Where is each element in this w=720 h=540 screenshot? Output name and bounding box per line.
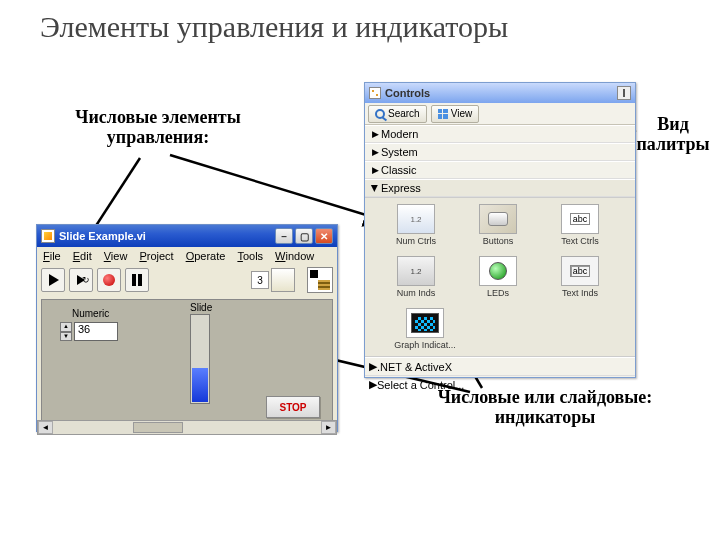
item-buttons-label: Buttons xyxy=(467,236,529,246)
horizontal-scrollbar[interactable]: ◄ ► xyxy=(37,420,337,435)
graph-icon xyxy=(406,308,444,338)
grid-icon xyxy=(438,109,448,119)
pin-button[interactable] xyxy=(617,86,631,100)
item-num-inds-label: Num Inds xyxy=(385,288,447,298)
menu-edit[interactable]: Edit xyxy=(73,250,92,262)
item-text-ctrls[interactable]: Text Ctrls xyxy=(549,204,611,246)
annotation-palette-view: Видпалитры xyxy=(628,115,718,155)
num-ctrls-icon xyxy=(397,204,435,234)
item-buttons[interactable]: Buttons xyxy=(467,204,529,246)
search-label: Search xyxy=(388,108,420,119)
chevron-right-icon: ▶ xyxy=(369,129,381,139)
chevron-right-icon: ▶ xyxy=(369,378,377,391)
palette-title: Controls xyxy=(385,87,430,99)
category-dotnet[interactable]: ▶ .NET & ActiveX xyxy=(365,357,635,375)
view-button[interactable]: View xyxy=(431,105,480,123)
annotation-numeric-controls: Числовые элементыуправления: xyxy=(48,108,268,148)
item-text-ctrls-label: Text Ctrls xyxy=(549,236,611,246)
category-classic[interactable]: ▶ Classic xyxy=(365,161,635,179)
category-express[interactable]: ▶ Express xyxy=(365,179,635,197)
scroll-thumb[interactable] xyxy=(133,422,183,433)
category-system[interactable]: ▶ System xyxy=(365,143,635,161)
vi-title: Slide Example.vi xyxy=(59,230,146,242)
menu-window[interactable]: Window xyxy=(275,250,314,262)
menu-project[interactable]: Project xyxy=(139,250,173,262)
menu-operate[interactable]: Operate xyxy=(186,250,226,262)
num-inds-icon xyxy=(397,256,435,286)
thumbtack-icon xyxy=(369,87,381,99)
controls-palette-window: Controls Search View ▶ Modern ▶ System ▶… xyxy=(364,82,636,378)
item-text-inds[interactable]: Text Inds xyxy=(549,256,611,298)
item-num-ctrls-label: Num Ctrls xyxy=(385,236,447,246)
item-num-ctrls[interactable]: Num Ctrls xyxy=(385,204,447,246)
item-text-inds-label: Text Inds xyxy=(549,288,611,298)
text-inds-icon xyxy=(561,256,599,286)
chevron-right-icon: ▶ xyxy=(369,165,381,175)
slide-fill xyxy=(192,368,208,402)
slide-indicator xyxy=(190,314,210,404)
item-graph-ind[interactable]: Graph Indicat... xyxy=(385,308,465,350)
item-leds-label: LEDs xyxy=(467,288,529,298)
palette-titlebar[interactable]: Controls xyxy=(365,83,635,103)
item-graph-ind-label: Graph Indicat... xyxy=(385,340,465,350)
close-button[interactable]: ✕ xyxy=(315,228,333,244)
numeric-control[interactable]: ▲▼ 36 xyxy=(60,322,118,341)
chevron-right-icon: ▶ xyxy=(369,360,377,373)
svg-line-1 xyxy=(170,155,389,222)
select-a-control-label: Select a Control... xyxy=(377,379,464,391)
vi-titlebar[interactable]: Slide Example.vi – ▢ ✕ xyxy=(37,225,337,247)
text-settings-button[interactable] xyxy=(271,268,295,292)
minimize-button[interactable]: – xyxy=(275,228,293,244)
item-leds[interactable]: LEDs xyxy=(467,256,529,298)
numeric-input[interactable]: 36 xyxy=(74,322,118,341)
maximize-button[interactable]: ▢ xyxy=(295,228,313,244)
abort-button[interactable] xyxy=(97,268,121,292)
category-dotnet-label: .NET & ActiveX xyxy=(377,361,452,373)
search-button[interactable]: Search xyxy=(368,105,427,123)
category-express-label: Express xyxy=(381,182,421,194)
numeric-spinner[interactable]: ▲▼ xyxy=(60,322,72,341)
numeric-label: Numeric xyxy=(72,308,109,319)
buttons-icon xyxy=(479,204,517,234)
scroll-track[interactable] xyxy=(53,421,321,434)
vi-connector-icon[interactable] xyxy=(307,267,333,293)
slide-title: Элементы управления и индикаторы xyxy=(40,10,508,44)
vi-icon xyxy=(41,229,55,243)
vi-window: Slide Example.vi – ▢ ✕ File Edit View Pr… xyxy=(36,224,338,432)
run-continuous-button[interactable] xyxy=(69,268,93,292)
stop-button[interactable]: STOP xyxy=(266,396,320,418)
chevron-down-icon: ▶ xyxy=(370,182,380,194)
category-modern[interactable]: ▶ Modern xyxy=(365,125,635,143)
scroll-right-icon[interactable]: ► xyxy=(321,421,336,434)
text-ctrls-icon xyxy=(561,204,599,234)
view-label: View xyxy=(451,108,473,119)
annotation-numeric-slide-indicators: Числовые или слайдовые:индикаторы xyxy=(415,388,675,428)
pause-button[interactable] xyxy=(125,268,149,292)
scroll-left-icon[interactable]: ◄ xyxy=(38,421,53,434)
vi-menubar: File Edit View Project Operate Tools Win… xyxy=(37,247,337,265)
category-classic-label: Classic xyxy=(381,164,416,176)
vi-toolbar: 3 xyxy=(37,265,337,295)
chevron-right-icon: ▶ xyxy=(369,147,381,157)
express-subpalette: Num Ctrls Buttons Text Ctrls Num Inds LE… xyxy=(365,197,635,357)
category-system-label: System xyxy=(381,146,418,158)
slide-label: Slide xyxy=(190,302,212,313)
leds-icon xyxy=(479,256,517,286)
search-icon xyxy=(375,109,385,119)
menu-file[interactable]: File xyxy=(43,250,61,262)
front-panel: Numeric ▲▼ 36 Slide STOP xyxy=(41,299,333,427)
menu-view[interactable]: View xyxy=(104,250,128,262)
menu-tools[interactable]: Tools xyxy=(237,250,263,262)
palette-toolbar: Search View xyxy=(365,103,635,125)
run-button[interactable] xyxy=(41,268,65,292)
font-size-field[interactable]: 3 xyxy=(251,271,269,289)
select-a-control[interactable]: ▶ Select a Control... xyxy=(365,375,635,393)
item-num-inds[interactable]: Num Inds xyxy=(385,256,447,298)
category-modern-label: Modern xyxy=(381,128,418,140)
